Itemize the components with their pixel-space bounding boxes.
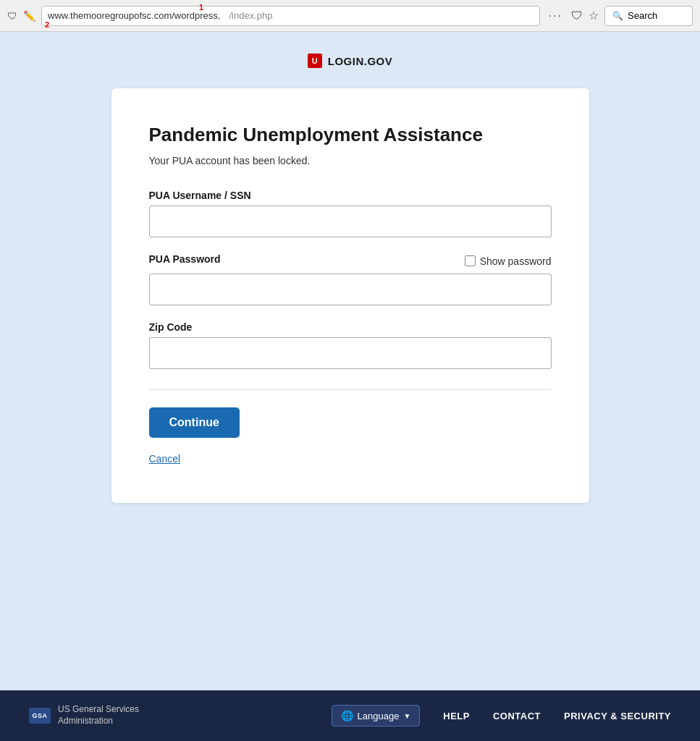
show-password-checkbox[interactable] — [465, 255, 476, 266]
language-label: Language — [358, 711, 400, 721]
help-link[interactable]: HELP — [443, 711, 470, 721]
globe-icon: 🌐 — [341, 710, 353, 721]
password-field-group: PUA Password Show password — [149, 253, 552, 305]
gsa-logo-box: GSA — [29, 708, 51, 724]
card-title: Pandemic Unemployment Assistance — [149, 123, 552, 148]
gsa-logo-block: GSA US General Services Administration — [29, 704, 174, 727]
form-divider — [149, 389, 552, 390]
privacy-link[interactable]: PRIVACY & SECURITY — [564, 711, 671, 721]
site-footer: GSA US General Services Administration 🌐… — [0, 690, 700, 741]
zipcode-label: Zip Code — [149, 321, 552, 333]
dropdown-arrow-icon: ▼ — [403, 712, 410, 720]
main-card: Pandemic Unemployment Assistance Your PU… — [111, 88, 589, 503]
star-icon[interactable]: ☆ — [589, 9, 599, 22]
site-name: LOGIN.GOV — [328, 55, 393, 67]
card-subtitle: Your PUA account has been locked. — [149, 155, 552, 166]
password-input[interactable] — [149, 274, 552, 305]
annotation-2: 2 — [45, 20, 49, 29]
url-main: www.themooregroupofsc.com/wordpress, — [48, 10, 220, 21]
password-header-row: PUA Password Show password — [149, 253, 552, 269]
url-path: /index.php — [229, 10, 272, 21]
cancel-link[interactable]: Cancel — [149, 453, 181, 465]
gsa-name: US General Services Administration — [58, 704, 174, 727]
search-box[interactable]: 🔍 Search — [604, 6, 693, 26]
continue-button[interactable]: Continue — [149, 407, 240, 438]
contact-link[interactable]: CONTACT — [493, 711, 541, 721]
zipcode-field-group: Zip Code — [149, 321, 552, 369]
zipcode-input[interactable] — [149, 337, 552, 369]
show-password-toggle[interactable]: Show password — [465, 255, 552, 267]
browser-menu-dots[interactable]: ··· — [546, 9, 565, 22]
username-input[interactable] — [149, 206, 552, 237]
address-bar[interactable]: www.themooregroupofsc.com/wordpress, /in… — [41, 6, 540, 26]
pocket-icon[interactable]: 🛡 — [571, 9, 583, 22]
show-password-text: Show password — [480, 255, 552, 267]
login-gov-logo-icon: U — [308, 54, 322, 68]
search-label: Search — [628, 10, 657, 21]
language-button[interactable]: 🌐 Language ▼ — [332, 705, 421, 727]
username-field-group: PUA Username / SSN — [149, 190, 552, 237]
annotation-1: 1 — [199, 3, 203, 12]
browser-chrome: 🛡 ✏️ www.themooregroupofsc.com/wordpress… — [0, 0, 700, 32]
site-header: U LOGIN.GOV — [308, 54, 393, 68]
username-label: PUA Username / SSN — [149, 190, 552, 201]
search-icon: 🔍 — [612, 11, 623, 21]
lock-icon: ✏️ — [23, 10, 35, 22]
password-label: PUA Password — [149, 253, 221, 265]
page-content: U LOGIN.GOV Pandemic Unemployment Assist… — [0, 32, 700, 690]
shield-icon: 🛡 — [7, 10, 17, 22]
